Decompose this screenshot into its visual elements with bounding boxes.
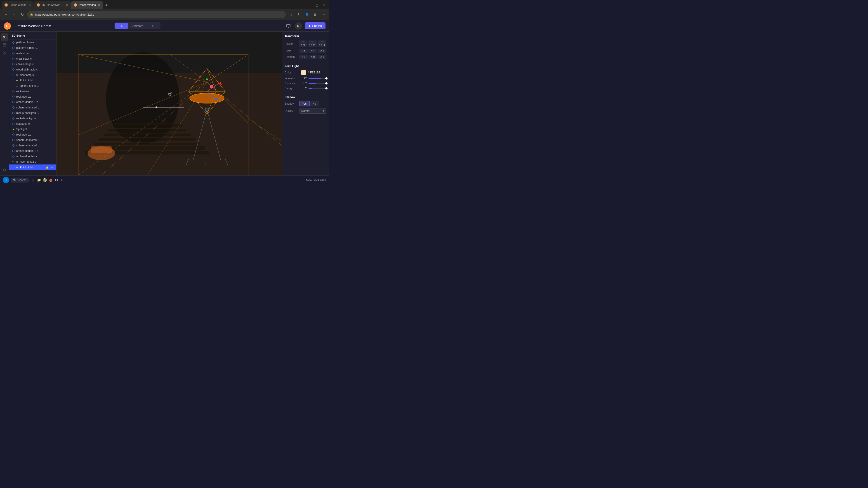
transform-title: Transform <box>285 34 327 38</box>
lock-item-icon[interactable]: 🔒 <box>45 166 49 169</box>
rotation-x[interactable]: X 0 <box>299 55 308 59</box>
svg-rect-62 <box>210 85 213 88</box>
distance-slider[interactable] <box>309 83 327 84</box>
scene-item-point-light-2[interactable]: ● Point Light 🔒 ⚙ <box>9 164 56 170</box>
mode-ui[interactable]: UI <box>148 23 160 29</box>
scene-item-arches-double-1-c[interactable]: ⬡ arches-double-1-c <box>9 99 56 105</box>
publish-label: Publish <box>312 24 322 28</box>
scene-item-chair-black-c[interactable]: ⬡ chair-black-c <box>9 56 56 61</box>
scene-item-arches-double-1-c-3[interactable]: ⬡ arches-double-1-c <box>9 154 56 159</box>
scene-item-sphere-anima-1[interactable]: ⬡ sphere-anima ... <box>9 83 56 89</box>
taskbar-search[interactable]: 🔍 Search <box>11 177 29 183</box>
tab-converter[interactable]: 3D File Converter by Objectver... ✕ <box>34 1 71 8</box>
forward-button[interactable]: → <box>11 11 17 18</box>
shadow-no-button[interactable]: No <box>310 101 319 106</box>
intensity-slider-fill <box>309 78 321 79</box>
star-button[interactable]: ☆ <box>287 11 294 18</box>
reload-button[interactable]: ↻ <box>19 11 25 18</box>
color-swatch[interactable] <box>301 70 306 75</box>
scene-item-chair-orange-c[interactable]: ⬡ chair-orange-c <box>9 61 56 67</box>
distance-row: Distance 4.7 <box>285 82 327 85</box>
tab-peach-worlds-1[interactable]: Peach Worlds ✕ <box>2 1 33 8</box>
rotation-z[interactable]: Z 0 <box>318 55 327 59</box>
shadow-yes-button[interactable]: Yes <box>299 101 310 106</box>
position-x[interactable]: X 0.02 <box>299 40 307 47</box>
components-icon[interactable] <box>1 50 8 57</box>
scene-item-floor-lamp2-c[interactable]: ▼ ⊞ floor-lamp2-c <box>9 159 56 164</box>
taskbar-icon-chrome[interactable] <box>42 177 47 183</box>
mesh-icon: ⬡ <box>12 133 15 136</box>
main-content: ↖ ⚙ 3D Scene ⬡ path-furniture-c ⬡ platfo… <box>0 32 329 175</box>
cursor-tool-icon[interactable]: ↖ <box>1 33 8 41</box>
rotation-y[interactable]: Y 0 <box>309 55 317 59</box>
scene-item-wood-slab-table-c[interactable]: ⬡ wood-slab-table-c <box>9 67 56 72</box>
mode-animate[interactable]: Animate <box>128 23 148 29</box>
item-label: floor-lamp2-c <box>20 160 36 163</box>
scene-item-sphere-animated-2[interactable]: ⬡ sphere-animated ... <box>9 137 56 143</box>
screen-icon-btn[interactable] <box>285 22 292 30</box>
expand-arrow-floorlamp: ▼ <box>12 74 14 76</box>
position-z[interactable]: Z 0.014 <box>318 40 327 47</box>
layers-icon[interactable] <box>1 41 8 49</box>
scene-item-sphere-animated-1[interactable]: ⬡ sphere-animated ... <box>9 105 56 110</box>
intensity-slider-thumb <box>325 77 328 79</box>
taskbar-date: 25/09/2024 <box>314 179 327 182</box>
svg-point-8 <box>5 54 6 55</box>
close-button[interactable]: ✕ <box>321 2 327 8</box>
taskbar-search-icon: 🔍 <box>13 178 17 182</box>
taskbar-icons: ⊞ 📁 🦊 ✉ P <box>31 177 65 183</box>
publish-button[interactable]: ⬆ Publish <box>305 22 326 29</box>
tab-new-button[interactable]: + <box>103 2 110 8</box>
scene-item-platform-furnitur[interactable]: ⬡ platform-furnitur ... <box>9 45 56 51</box>
item-label: wall-intro-c <box>16 52 29 55</box>
scene-item-rock-4-backgrou[interactable]: ⬡ rock-4-backgrou ... <box>9 116 56 121</box>
shadow-toggle-group: Yes No <box>299 101 319 106</box>
position-y[interactable]: Y 1.765 <box>308 40 317 47</box>
scene-item-sphere-animated-3[interactable]: ⬡ sphere-animated ... <box>9 143 56 148</box>
taskbar-icon-explorer[interactable]: 📁 <box>36 177 41 183</box>
scene-item-spotlight[interactable]: ● Spotlight <box>9 127 56 132</box>
scene-item-rock-new-c[interactable]: ⬡ rock-new-c <box>9 89 56 94</box>
intensity-row: Intensity 22 <box>285 77 327 80</box>
decay-slider[interactable] <box>309 88 327 89</box>
profile-button[interactable]: 👤 <box>304 11 310 18</box>
extensions-button[interactable]: ⊞ <box>312 11 318 18</box>
taskbar-icon-windows[interactable]: ⊞ <box>31 177 35 183</box>
scene-item-point-light-1[interactable]: ● Point Light <box>9 78 56 83</box>
scene-item-path-furniture-c[interactable]: ⬡ path-furniture-c <box>9 40 56 45</box>
quality-select[interactable]: Normal ▾ <box>299 108 327 113</box>
settings-icon[interactable]: ⚙ <box>1 166 8 173</box>
scene-item-arches-double-1-c-2[interactable]: ⬡ arches-double-1-c <box>9 148 56 154</box>
svg-rect-19 <box>113 123 182 124</box>
back-button[interactable]: ← <box>3 11 9 18</box>
scale-z[interactable]: Z 1 <box>318 49 327 53</box>
shadow-label: Shadow <box>285 102 299 105</box>
taskbar-icon-mail[interactable]: ✉ <box>54 177 59 183</box>
maximize-button[interactable]: □ <box>314 2 320 8</box>
intensity-slider[interactable] <box>309 78 327 79</box>
scene-item-floorlamp-c[interactable]: ▼ ⊞ floorlamp-c <box>9 72 56 78</box>
tab-peach-worlds-2[interactable]: Peach Worlds ✕ <box>71 1 103 8</box>
mode-3d[interactable]: 3D <box>115 23 128 29</box>
gear-item-icon[interactable]: ⚙ <box>50 166 54 169</box>
publish-arrow-icon: ⬆ <box>308 24 311 28</box>
play-button[interactable]: ▶ <box>295 22 302 30</box>
scale-y[interactable]: Y 1 <box>309 49 317 53</box>
tab-overflow-button[interactable]: ⌄ <box>299 2 305 8</box>
windows-start-button[interactable]: ⊞ <box>3 177 9 183</box>
taskbar-icon-firefox[interactable]: 🦊 <box>48 177 53 183</box>
taskbar-icon-peach[interactable]: P <box>60 177 65 183</box>
download-button[interactable]: ⬇ <box>296 11 302 18</box>
scene-item-sofapouff-c[interactable]: ⬡ sofapouff-c <box>9 121 56 127</box>
tab-close-1[interactable]: ✕ <box>29 4 31 6</box>
menu-button[interactable]: ⋯ <box>320 11 327 18</box>
tab-close-3[interactable]: ✕ <box>98 4 100 6</box>
address-bar[interactable]: 🔒 https://staging.peachworlds.com/builde… <box>27 11 286 18</box>
tab-close-2[interactable]: ✕ <box>66 4 68 6</box>
scene-item-rock-5-backgrou[interactable]: ⬡ rock-5-backgrou ... <box>9 110 56 116</box>
scene-item-rock-new-2c-2[interactable]: ⬡ rock-new-2c <box>9 132 56 137</box>
scale-x[interactable]: X 1 <box>299 49 308 53</box>
scene-item-wall-intro-c[interactable]: ⬡ wall-intro-c <box>9 51 56 56</box>
scene-item-rock-new-2c[interactable]: ⬡ rock-new-2c <box>9 94 56 99</box>
minimize-button[interactable]: — <box>307 2 313 8</box>
